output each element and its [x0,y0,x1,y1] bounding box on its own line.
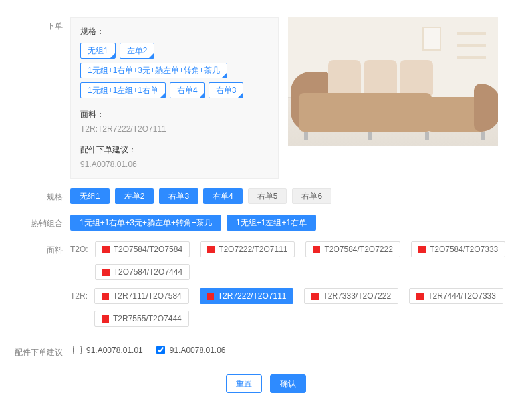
combo-options: 1无组+1右单+3无+躺左单+转角+茶几1无组+1左组+1右单 [70,215,519,231]
fabric-option[interactable]: T2R7333/T2O7222 [304,288,398,304]
spec-option[interactable]: 右单6 [292,188,331,204]
color-swatch [313,246,320,253]
product-preview-image [288,17,498,146]
accessory-option-label: 91.A0078.01.01 [86,346,143,355]
fabric-option-label: T2O7222/T2O7111 [219,245,287,254]
accessory-checkbox[interactable] [73,346,82,354]
fabric-option[interactable]: T2R7444/T2O7333 [409,288,503,304]
summary-suggest-title: 配件下单建议： [80,144,269,156]
fabric-option-label: T2R7222/T2O7111 [218,291,287,301]
spec-option[interactable]: 右单4 [203,188,243,204]
fabric-option[interactable]: T2R7111/T2O7584 [94,288,189,304]
accessory-label: 配件下单建议 [13,344,70,361]
summary-spec-tag: 无组1 [80,43,116,59]
combo-label: 热销组合 [13,215,70,232]
combo-option[interactable]: 1无组+1右单+3无+躺左单+转角+茶几 [70,215,221,231]
fabric-group-lead: T2R: [70,288,88,304]
confirm-button[interactable]: 确认 [270,374,306,393]
order-summary-card: 规格： 无组1左单21无组+1右单+3无+躺左单+转角+茶几1无组+1左组+1右… [70,17,279,179]
summary-spec-tag: 右单3 [209,82,244,98]
summary-spec-title: 规格： [80,26,269,37]
spec-option[interactable]: 右单3 [159,188,198,204]
summary-spec-tag: 1无组+1右单+3无+躺左单+转角+茶几 [80,63,227,78]
footer-actions: 重置 确认 [13,374,519,393]
fabric-option[interactable]: T2O7584/T2O7222 [305,241,400,257]
fabric-option-label: T2O7584/T2O7444 [114,267,182,277]
fabric-option-label: T2O7584/T2O7584 [114,245,182,254]
color-swatch [207,246,215,253]
fabric-option[interactable]: T2O7584/T2O7444 [95,264,190,280]
reset-button[interactable]: 重置 [226,374,262,393]
combo-option[interactable]: 1无组+1左组+1右单 [227,215,316,231]
summary-spec-tag: 左单2 [120,43,155,59]
color-swatch [207,293,214,300]
spec-option[interactable]: 无组1 [70,188,110,204]
fabric-option[interactable]: T2R7222/T2O7111 [200,288,294,304]
summary-suggest-value: 91.A0078.01.06 [80,160,269,169]
fabric-option[interactable]: T2O7584/T2O7333 [411,241,505,257]
accessory-option[interactable]: 91.A0078.01.06 [154,344,226,356]
fabric-option[interactable]: T2R7555/T2O7444 [94,311,189,327]
summary-fabric-value: T2R:T2R7222/T2O7111 [80,124,269,134]
accessory-option-label: 91.A0078.01.06 [170,346,226,355]
color-swatch [102,315,109,323]
fabric-option-label: T2R7444/T2O7333 [428,291,496,301]
accessory-checkbox[interactable] [156,346,165,354]
color-swatch [311,293,319,300]
summary-fabric-title: 面料： [80,109,269,120]
fabric-groups: T2O:T2O7584/T2O7584T2O7222/T2O7111T2O758… [70,241,519,334]
fabric-group-lead: T2O: [70,241,88,257]
spec-option[interactable]: 左单2 [115,188,154,204]
fabric-option[interactable]: T2O7584/T2O7584 [95,241,190,257]
accessory-option[interactable]: 91.A0078.01.01 [70,344,143,356]
summary-spec-tag: 右单4 [170,82,205,98]
accessory-options: 91.A0078.01.0191.A0078.01.06 [70,344,519,356]
fabric-option-label: T2R7333/T2O7222 [323,291,391,301]
spec-options: 无组1左单2右单3右单4右单5右单6 [70,188,519,204]
fabric-option-label: T2R7555/T2O7444 [113,314,182,323]
order-section-label: 下单 [13,17,70,35]
color-swatch [418,246,426,253]
spec-option[interactable]: 右单5 [248,188,287,204]
fabric-label: 面料 [13,241,70,259]
color-swatch [416,293,424,300]
fabric-option-label: T2R7111/T2O7584 [113,291,182,301]
summary-spec-tag: 1无组+1左组+1右单 [80,82,166,98]
color-swatch [102,269,110,276]
fabric-option-label: T2O7584/T2O7333 [430,245,498,254]
color-swatch [102,293,109,300]
fabric-option-label: T2O7584/T2O7222 [324,245,392,254]
color-swatch [102,246,110,253]
summary-spec-tags: 无组1左单21无组+1右单+3无+躺左单+转角+茶几1无组+1左组+1右单右单4… [80,43,269,98]
fabric-option[interactable]: T2O7222/T2O7111 [200,241,295,257]
spec-label: 规格 [13,188,70,205]
